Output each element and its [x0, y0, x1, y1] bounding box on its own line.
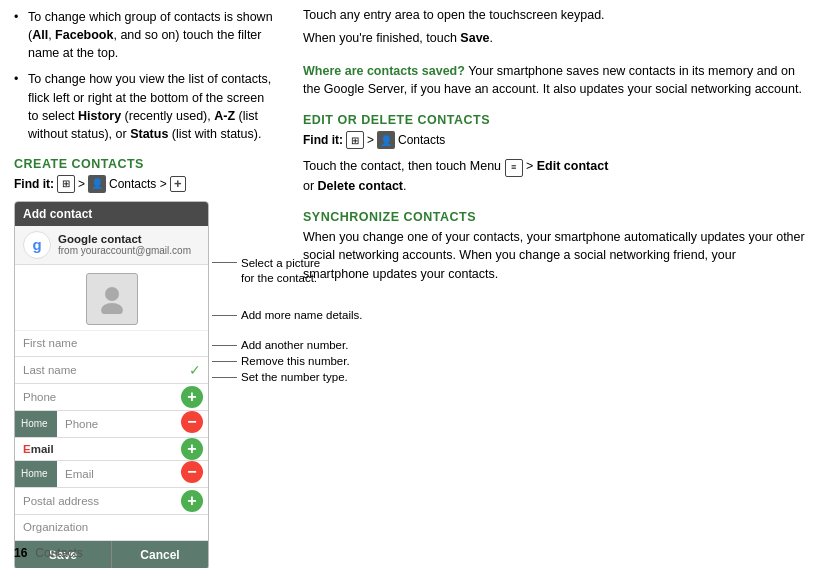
avatar-placeholder[interactable]	[86, 273, 138, 325]
phone-number-field[interactable]: Phone	[57, 411, 181, 437]
where-saved-para: Where are contacts saved? Your smartphon…	[303, 62, 805, 100]
annotations-container: Select a picturefor the contact. Add mor…	[212, 256, 377, 383]
edit-section: EDIT OR DELETE CONTACTS Find it: ⊞ > 👤 C…	[303, 113, 805, 196]
last-name-row[interactable]: Last name ✓	[15, 357, 208, 384]
touch-save-text: When you're finished, touch Save.	[303, 29, 805, 48]
google-contact-row[interactable]: g Google contact from youraccount@gmail.…	[15, 226, 208, 265]
menu-icon-box: ≡	[505, 159, 523, 177]
home-icon-box-2: ⊞	[346, 131, 364, 149]
google-contact-title: Google contact	[58, 233, 191, 245]
remove-phone-icon[interactable]: −	[181, 411, 203, 433]
phone-mockup: Add contact g Google contact from yourac…	[14, 201, 209, 568]
arrow-gt: >	[78, 177, 85, 191]
find-it-contacts: Contacts >	[109, 177, 167, 191]
annotation-name-text: Add more name details.	[237, 309, 362, 321]
find-it-edit-label: Find it:	[303, 133, 343, 147]
email-type-label: Home	[21, 468, 48, 479]
email-highlight: E	[23, 443, 31, 455]
email-rest: mail	[31, 443, 54, 455]
email-field-label[interactable]: Email	[15, 438, 181, 460]
annotation-add-number: Add another number.	[212, 339, 377, 351]
organization-field[interactable]: Organization	[15, 515, 208, 541]
phone-row[interactable]: Phone +	[15, 384, 208, 411]
svg-point-0	[105, 287, 119, 301]
create-contacts-title: CREATE CONTACTS	[14, 157, 275, 171]
google-contact-text: Google contact from youraccount@gmail.co…	[58, 233, 191, 256]
period: .	[490, 31, 493, 45]
checkmark-icon[interactable]: ✓	[186, 361, 204, 379]
contacts-icon: 👤	[88, 175, 106, 193]
svg-point-1	[101, 303, 123, 314]
plus-icon: +	[170, 176, 186, 192]
annotation-select-picture: Select a picturefor the contact.	[212, 256, 377, 287]
add-contact-header: Add contact	[15, 202, 208, 226]
sync-body: When you change one of your contacts, yo…	[303, 228, 805, 284]
find-it-label: Find it:	[14, 177, 54, 191]
touch-intro-text: Touch any entry area to open the touchsc…	[303, 6, 805, 25]
postal-label: Postal address	[23, 495, 99, 507]
annotation-set-type: Set the number type.	[212, 371, 377, 383]
where-saved-label: Where are contacts saved?	[303, 64, 465, 78]
email-placeholder-label: Email	[65, 468, 94, 480]
bullet-1: To change which group of contacts is sho…	[14, 8, 275, 62]
phone-field[interactable]: Phone	[15, 384, 181, 410]
email-type-row[interactable]: Home Email −	[15, 461, 208, 488]
annotation-remove-number: Remove this number.	[212, 355, 377, 367]
annotation-name-details: Add more name details.	[212, 309, 377, 321]
find-it-create: Find it: ⊞ > 👤 Contacts > +	[14, 175, 275, 193]
first-name-field[interactable]: First name	[15, 331, 208, 357]
bullet-2: To change how you view the list of conta…	[14, 70, 275, 143]
touch-intro-section: Touch any entry area to open the touchsc…	[303, 6, 805, 48]
edit-contact-label: Edit contact	[537, 159, 609, 173]
annotation-add-text: Add another number.	[237, 339, 348, 351]
intro-bullets: To change which group of contacts is sho…	[14, 8, 275, 143]
contacts-icon-2: 👤	[377, 131, 395, 149]
organization-label: Organization	[23, 521, 88, 533]
save-bold: Save	[460, 31, 489, 45]
add-postal-icon[interactable]: +	[181, 490, 203, 512]
page-footer: 16 Contacts	[14, 546, 83, 560]
last-name-label: Last name	[23, 364, 77, 376]
email-input-field[interactable]: Email	[57, 461, 181, 487]
sync-title: SYNCHRONIZE CONTACTS	[303, 210, 805, 224]
add-email-icon[interactable]: +	[181, 438, 203, 460]
page-label: Contacts	[35, 546, 82, 560]
edit-title: EDIT OR DELETE CONTACTS	[303, 113, 805, 127]
email-header-row[interactable]: Email +	[15, 438, 208, 461]
home-icon-box: ⊞	[57, 175, 75, 193]
phone-label: Phone	[23, 391, 56, 403]
page-number: 16	[14, 546, 27, 560]
annotation-remove-text: Remove this number.	[237, 355, 350, 367]
annotation-picture-text: Select a picturefor the contact.	[237, 256, 320, 287]
postal-row[interactable]: Postal address +	[15, 488, 208, 515]
google-contact-subtitle: from youraccount@gmail.com	[58, 245, 191, 256]
postal-field[interactable]: Postal address	[15, 488, 181, 514]
google-g-icon: g	[23, 231, 51, 259]
find-it-edit: Find it: ⊞ > 👤 Contacts	[303, 131, 805, 149]
avatar-row[interactable]	[15, 265, 208, 331]
email-type-badge[interactable]: Home	[15, 461, 57, 487]
cancel-button[interactable]: Cancel	[112, 541, 208, 568]
sync-section: SYNCHRONIZE CONTACTS When you change one…	[303, 210, 805, 284]
phone-type-badge[interactable]: Home	[15, 411, 57, 437]
phone-placeholder: Phone	[65, 418, 98, 430]
phone-type-row[interactable]: Home Phone −	[15, 411, 208, 438]
arrow-gt-2: >	[367, 133, 374, 147]
phone-type-label: Home	[21, 418, 48, 429]
delete-contact-label: Delete contact	[318, 179, 403, 193]
find-it-contacts-edit: Contacts	[398, 133, 445, 147]
last-name-field[interactable]: Last name	[15, 357, 186, 383]
remove-email-icon[interactable]: −	[181, 461, 203, 483]
add-phone-icon[interactable]: +	[181, 386, 203, 408]
when-finished: When you're finished, touch	[303, 31, 460, 45]
where-saved-section: Where are contacts saved? Your smartphon…	[303, 62, 805, 100]
first-name-label: First name	[23, 337, 77, 349]
annotation-type-text: Set the number type.	[237, 371, 348, 383]
edit-body: Touch the contact, then touch Menu ≡ > E…	[303, 157, 805, 196]
